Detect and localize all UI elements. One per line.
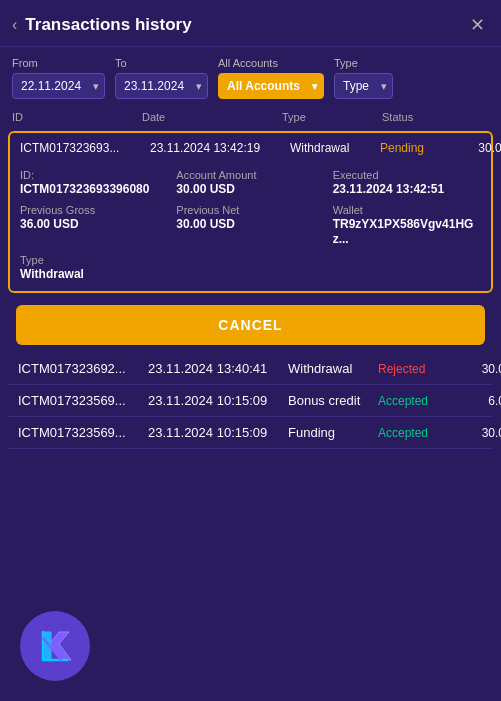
row-amount: 30.00 USD ›: [458, 362, 501, 376]
table-header: ID Date Type Status Amount: [0, 107, 501, 127]
detail-executed-label: Executed: [333, 169, 481, 181]
detail-account-amount: Account Amount 30.00 USD: [176, 169, 324, 196]
logo-area: [20, 611, 90, 681]
back-icon[interactable]: ‹: [12, 16, 17, 34]
from-date-select[interactable]: 22.11.2024: [12, 73, 105, 99]
filters-section: From 22.11.2024 To 23.11.2024 All Accoun…: [0, 47, 501, 107]
detail-wallet-label: Wallet: [333, 204, 481, 216]
expanded-row-type: Withdrawal: [290, 141, 380, 155]
row-amount: 30.00 USD ›: [458, 426, 501, 440]
page-title: Transactions history: [25, 15, 191, 35]
table-row[interactable]: ICTM017323569... 23.11.2024 10:15:09 Bon…: [8, 385, 493, 417]
detail-previous-net-label: Previous Net: [176, 204, 324, 216]
row-date: 23.11.2024 10:15:09: [148, 425, 288, 440]
to-label: To: [115, 57, 208, 69]
close-icon[interactable]: ✕: [470, 14, 485, 36]
modal-container: ‹ Transactions history ✕ From 22.11.2024…: [0, 0, 501, 701]
detail-type: Type Withdrawal: [20, 254, 168, 281]
to-select-wrapper: 23.11.2024: [115, 73, 208, 99]
detail-previous-net: Previous Net 30.00 USD: [176, 204, 324, 246]
row-status: Rejected: [378, 362, 458, 376]
row-id: ICTM017323692...: [18, 361, 148, 376]
to-filter: To 23.11.2024: [115, 57, 208, 99]
detail-account-amount-value: 30.00 USD: [176, 182, 235, 196]
row-amount: 6.00 USD ›: [458, 394, 501, 408]
detail-id-label: ID:: [20, 169, 168, 181]
row-date: 23.11.2024 10:15:09: [148, 393, 288, 408]
detail-executed-value: 23.11.2024 13:42:51: [333, 182, 444, 196]
accounts-filter: All Accounts All Accounts ▾: [218, 57, 324, 99]
detail-executed: Executed 23.11.2024 13:42:51: [333, 169, 481, 196]
col-id: ID: [12, 111, 142, 123]
detail-wallet: Wallet TR9zYX1PX586Vgv41HGz...: [333, 204, 481, 246]
detail-account-amount-label: Account Amount: [176, 169, 324, 181]
detail-type-label: Type: [20, 254, 168, 266]
col-date: Date: [142, 111, 282, 123]
app-logo: [20, 611, 90, 681]
expanded-row-amount: 30.00 USD ⌄: [460, 141, 501, 155]
expanded-transaction-row[interactable]: ICTM017323693... 23.11.2024 13:42:19 Wit…: [8, 131, 493, 293]
expanded-details: ID: ICTM017323693396080 Account Amount 3…: [10, 163, 491, 291]
detail-type-value: Withdrawal: [20, 267, 84, 281]
expanded-row-date: 23.11.2024 13:42:19: [150, 141, 290, 155]
row-type: Bonus credit: [288, 393, 378, 408]
from-filter: From 22.11.2024: [12, 57, 105, 99]
detail-previous-gross-label: Previous Gross: [20, 204, 168, 216]
to-date-select[interactable]: 23.11.2024: [115, 73, 208, 99]
row-date: 23.11.2024 13:40:41: [148, 361, 288, 376]
detail-previous-net-value: 30.00 USD: [176, 217, 235, 231]
accounts-select[interactable]: All Accounts: [218, 73, 324, 99]
logo-icon: [33, 624, 77, 668]
detail-id-value: ICTM017323693396080: [20, 182, 149, 196]
detail-wallet-value: TR9zYX1PX586Vgv41HGz...: [333, 217, 474, 246]
table-row[interactable]: ICTM017323692... 23.11.2024 13:40:41 Wit…: [8, 353, 493, 385]
expanded-row-status: Pending: [380, 141, 460, 155]
expanded-row-id: ICTM017323693...: [20, 141, 150, 155]
col-amount: Amount: [462, 111, 501, 123]
row-status: Accepted: [378, 426, 458, 440]
type-select[interactable]: Type: [334, 73, 393, 99]
col-status: Status: [382, 111, 462, 123]
row-id: ICTM017323569...: [18, 425, 148, 440]
expanded-row-main[interactable]: ICTM017323693... 23.11.2024 13:42:19 Wit…: [10, 133, 491, 163]
detail-previous-gross-value: 36.00 USD: [20, 217, 79, 231]
table-row[interactable]: ICTM017323569... 23.11.2024 10:15:09 Fun…: [8, 417, 493, 449]
type-label: Type: [334, 57, 393, 69]
type-select-wrapper: Type: [334, 73, 393, 99]
row-type: Withdrawal: [288, 361, 378, 376]
row-id: ICTM017323569...: [18, 393, 148, 408]
header-left: ‹ Transactions history: [12, 15, 192, 35]
col-type: Type: [282, 111, 382, 123]
row-type: Funding: [288, 425, 378, 440]
accounts-label: All Accounts: [218, 57, 324, 69]
cancel-button[interactable]: CANCEL: [16, 305, 485, 345]
modal-header: ‹ Transactions history ✕: [0, 0, 501, 47]
detail-id: ID: ICTM017323693396080: [20, 169, 168, 196]
accounts-select-wrapper: All Accounts ▾: [218, 73, 324, 99]
row-status: Accepted: [378, 394, 458, 408]
detail-previous-gross: Previous Gross 36.00 USD: [20, 204, 168, 246]
from-select-wrapper: 22.11.2024: [12, 73, 105, 99]
from-label: From: [12, 57, 105, 69]
type-filter: Type Type: [334, 57, 393, 99]
